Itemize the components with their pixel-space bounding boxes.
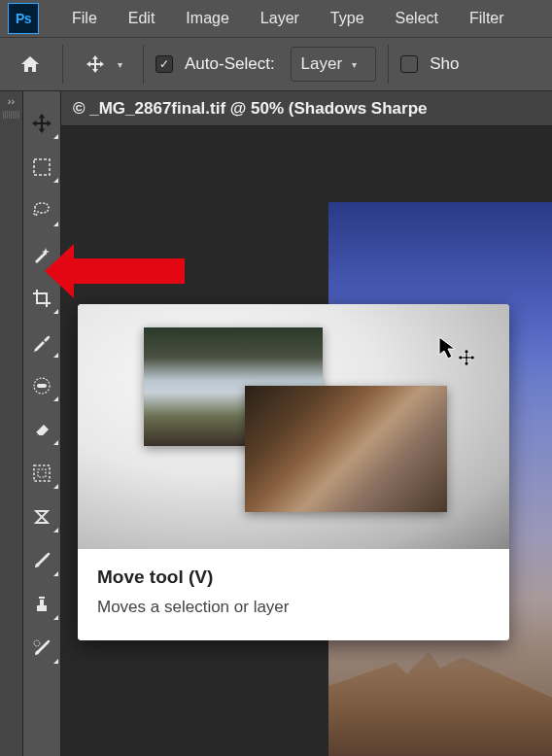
document-tab[interactable]: © _MG_2867final.tif @ 50% (Shadows Sharp… [73, 99, 428, 119]
menu-filter[interactable]: Filter [456, 4, 518, 33]
menu-bar: Ps File Edit Image Layer Type Select Fil… [0, 0, 552, 37]
content-aware-move-tool[interactable] [23, 495, 60, 538]
tooltip-preview [78, 304, 509, 549]
svg-rect-0 [34, 159, 50, 175]
brush-tool[interactable] [23, 538, 60, 582]
auto-select-checkbox[interactable]: ✓ [155, 55, 173, 73]
document-tab-bar: © _MG_2867final.tif @ 50% (Shadows Sharp… [61, 91, 552, 126]
dropdown-value: Layer [301, 54, 343, 74]
marquee-tool[interactable] [23, 145, 60, 189]
move-tool[interactable] [23, 101, 60, 145]
home-button[interactable] [10, 46, 51, 83]
clone-stamp-tool[interactable] [23, 582, 60, 626]
eraser-tool[interactable] [23, 407, 60, 451]
auto-select-label: Auto-Select: [185, 54, 275, 74]
chevron-down-icon: ▾ [352, 59, 365, 70]
menu-layer[interactable]: Layer [247, 4, 313, 33]
tooltip-preview-image [245, 386, 447, 512]
show-transform-label: Sho [430, 54, 459, 74]
app-logo: Ps [8, 3, 39, 34]
eyedropper-tool[interactable] [23, 320, 60, 363]
show-transform-checkbox[interactable] [400, 55, 418, 73]
lasso-tool[interactable] [23, 189, 60, 232]
selection-brush-tool[interactable] [23, 451, 60, 495]
svg-rect-4 [38, 469, 46, 477]
menu-type[interactable]: Type [317, 4, 378, 33]
move-cursor-icon [437, 335, 480, 374]
menu-file[interactable]: File [58, 4, 111, 33]
menu-select[interactable]: Select [382, 4, 452, 33]
separator [143, 45, 144, 84]
annotation-arrow [70, 258, 185, 284]
expand-panel-icon[interactable]: ›› [8, 95, 15, 107]
svg-point-6 [34, 640, 40, 646]
auto-select-target-dropdown[interactable]: Layer ▾ [291, 47, 377, 82]
svg-rect-5 [39, 597, 45, 599]
spot-heal-tool[interactable] [23, 363, 60, 407]
menu-image[interactable]: Image [172, 4, 242, 33]
active-tool-indicator[interactable]: ▾ [75, 46, 131, 83]
svg-rect-3 [34, 465, 50, 481]
collapsed-panel-strip[interactable]: ›› [0, 91, 23, 756]
chevron-down-icon: ▾ [118, 59, 131, 70]
tooltip-description: Moves a selection or layer [97, 598, 490, 617]
menu-edit[interactable]: Edit [115, 4, 169, 33]
separator [62, 45, 63, 84]
svg-rect-2 [37, 384, 47, 388]
tooltip-title: Move tool (V) [97, 567, 490, 588]
tools-panel [23, 91, 61, 756]
history-brush-tool[interactable] [23, 626, 60, 670]
tool-tooltip: Move tool (V) Moves a selection or layer [78, 304, 509, 640]
panel-grip-icon [3, 111, 20, 119]
options-bar: ▾ ✓ Auto-Select: Layer ▾ Sho [0, 37, 552, 91]
separator [388, 45, 389, 84]
